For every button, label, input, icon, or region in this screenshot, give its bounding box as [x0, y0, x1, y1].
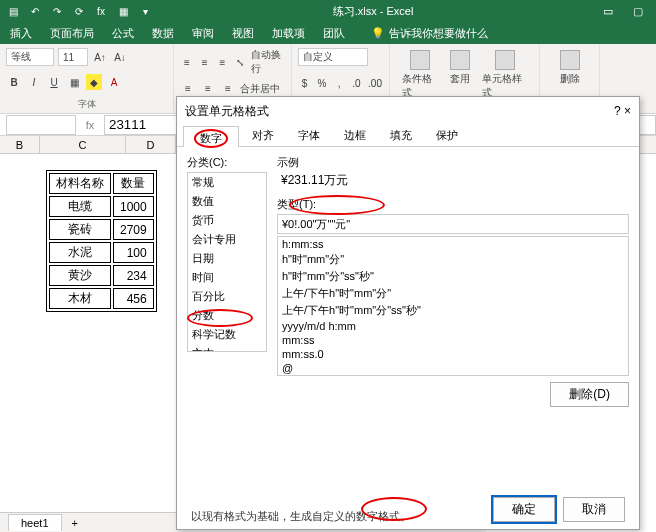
conditional-format-button[interactable]: 条件格式	[396, 48, 444, 102]
list-item[interactable]: mm:ss	[278, 333, 628, 347]
th-name[interactable]: 材料名称	[49, 173, 111, 194]
chart-icon[interactable]: ▦	[116, 4, 130, 18]
cancel-button[interactable]: 取消	[563, 497, 625, 522]
align-top-icon[interactable]: ≡	[180, 54, 194, 70]
comma-icon[interactable]: ,	[333, 76, 346, 92]
align-center-icon[interactable]: ≡	[200, 81, 216, 97]
list-item[interactable]: h:mm:ss	[278, 237, 628, 251]
dialog-footer: 确定 取消	[177, 489, 639, 529]
name-box[interactable]	[6, 115, 76, 135]
wrap-text-button[interactable]: 自动换行	[251, 48, 285, 76]
increase-font-icon[interactable]: A↑	[92, 49, 108, 65]
type-list[interactable]: h:mm:ss h"时"mm"分" h"时"mm"分"ss"秒" 上午/下午h"…	[277, 236, 629, 376]
refresh-icon[interactable]: ⟳	[72, 4, 86, 18]
list-item[interactable]: 会计专用	[188, 230, 266, 249]
minimize-icon[interactable]: ▭	[594, 5, 622, 18]
list-item[interactable]: 常规	[188, 173, 266, 192]
list-item[interactable]: 货币	[188, 211, 266, 230]
decrease-font-icon[interactable]: A↓	[112, 49, 128, 65]
window-controls: ▭ ▢	[594, 5, 656, 18]
tab-protect[interactable]: 保护	[425, 125, 469, 146]
more-icon[interactable]: ▾	[138, 4, 152, 18]
align-right-icon[interactable]: ≡	[220, 81, 236, 97]
dialog-titlebar: 设置单元格格式 ? ×	[177, 97, 639, 125]
tab-pagelayout[interactable]: 页面布局	[50, 26, 94, 41]
th-qty[interactable]: 数量	[113, 173, 154, 194]
sheet-tab[interactable]: heet1	[8, 514, 62, 531]
tab-font[interactable]: 字体	[287, 125, 331, 146]
decrease-decimal-icon[interactable]: .00	[367, 76, 383, 92]
list-item[interactable]: yyyy/m/d h:mm	[278, 319, 628, 333]
delete-format-button[interactable]: 删除(D)	[550, 382, 629, 407]
list-item[interactable]: h"时"mm"分"	[278, 251, 628, 268]
format-table-button[interactable]: 套用	[444, 48, 476, 88]
add-sheet-button[interactable]: +	[72, 517, 78, 529]
list-item[interactable]: 上午/下午h"时"mm"分"	[278, 285, 628, 302]
list-item[interactable]: 数值	[188, 192, 266, 211]
font-name-box[interactable]: 等线	[6, 48, 54, 66]
font-size-box[interactable]: 11	[58, 48, 88, 66]
tab-align[interactable]: 对齐	[241, 125, 285, 146]
ribbon-toggle-icon[interactable]: ▢	[624, 5, 652, 18]
tab-view[interactable]: 视图	[232, 26, 254, 41]
tab-insert[interactable]: 插入	[10, 26, 32, 41]
italic-icon[interactable]: I	[26, 74, 42, 90]
dialog-help-icon[interactable]: ?	[614, 104, 621, 118]
align-left-icon[interactable]: ≡	[180, 81, 196, 97]
delete-cells-button[interactable]: 删除	[546, 48, 593, 88]
list-item[interactable]: 科学记数	[188, 325, 266, 344]
list-item[interactable]: [h]:mm:ss	[278, 375, 628, 376]
list-item[interactable]: 上午/下午h"时"mm"分"ss"秒"	[278, 302, 628, 319]
cell-styles-button[interactable]: 单元格样式	[476, 48, 533, 102]
font-color-icon[interactable]: A	[106, 74, 122, 90]
redo-icon[interactable]: ↷	[50, 4, 64, 18]
merge-center-button[interactable]: 合并居中	[240, 82, 280, 96]
underline-icon[interactable]: U	[46, 74, 62, 90]
category-list[interactable]: 常规 数值 货币 会计专用 日期 时间 百分比 分数 科学记数 文本 特殊 自定…	[187, 172, 267, 352]
number-format-box[interactable]: 自定义	[298, 48, 368, 66]
tab-formulas[interactable]: 公式	[112, 26, 134, 41]
tab-addins[interactable]: 加载项	[272, 26, 305, 41]
tab-fill[interactable]: 填充	[379, 125, 423, 146]
fill-color-icon[interactable]: ◆	[86, 74, 102, 90]
increase-decimal-icon[interactable]: .0	[350, 76, 363, 92]
list-item[interactable]: 文本	[188, 344, 266, 352]
currency-icon[interactable]: $	[298, 76, 311, 92]
align-bottom-icon[interactable]: ≡	[216, 54, 230, 70]
data-table[interactable]: 材料名称数量 电缆1000 瓷砖2709 水泥100 黄沙234 木材456	[46, 170, 157, 312]
tab-number[interactable]: 数字	[183, 126, 239, 147]
align-middle-icon[interactable]: ≡	[198, 54, 212, 70]
condfmt-icon	[410, 50, 430, 70]
col-B[interactable]: B	[0, 136, 40, 153]
table-label: 套用	[450, 72, 470, 86]
tab-team[interactable]: 团队	[323, 26, 345, 41]
list-item[interactable]: 时间	[188, 268, 266, 287]
fx-button[interactable]: fx	[76, 119, 104, 131]
tab-review[interactable]: 审阅	[192, 26, 214, 41]
tell-me[interactable]: 💡 告诉我你想要做什么	[371, 26, 488, 41]
list-item[interactable]: @	[278, 361, 628, 375]
percent-icon[interactable]: %	[315, 76, 328, 92]
type-input[interactable]	[277, 214, 629, 234]
dialog-close-icon[interactable]: ×	[624, 104, 631, 118]
fx-icon[interactable]: fx	[94, 4, 108, 18]
list-item[interactable]: 百分比	[188, 287, 266, 306]
border-icon[interactable]: ▦	[66, 74, 82, 90]
ok-button[interactable]: 确定	[493, 497, 555, 522]
type-label: 类型(T):	[277, 197, 629, 212]
list-item[interactable]: 分数	[188, 306, 266, 325]
orientation-icon[interactable]: ⤡	[233, 54, 247, 70]
table-row: 瓷砖2709	[49, 219, 154, 240]
right-pane: 示例 ¥231.11万元 类型(T): h:mm:ss h"时"mm"分" h"…	[277, 155, 629, 489]
tab-border[interactable]: 边框	[333, 125, 377, 146]
tab-data[interactable]: 数据	[152, 26, 174, 41]
col-C[interactable]: C	[40, 136, 126, 153]
list-item[interactable]: 日期	[188, 249, 266, 268]
list-item[interactable]: mm:ss.0	[278, 347, 628, 361]
table-row: 黄沙234	[49, 265, 154, 286]
bold-icon[interactable]: B	[6, 74, 22, 90]
col-D[interactable]: D	[126, 136, 176, 153]
list-item[interactable]: h"时"mm"分"ss"秒"	[278, 268, 628, 285]
undo-icon[interactable]: ↶	[28, 4, 42, 18]
save-icon[interactable]: ▤	[6, 4, 20, 18]
